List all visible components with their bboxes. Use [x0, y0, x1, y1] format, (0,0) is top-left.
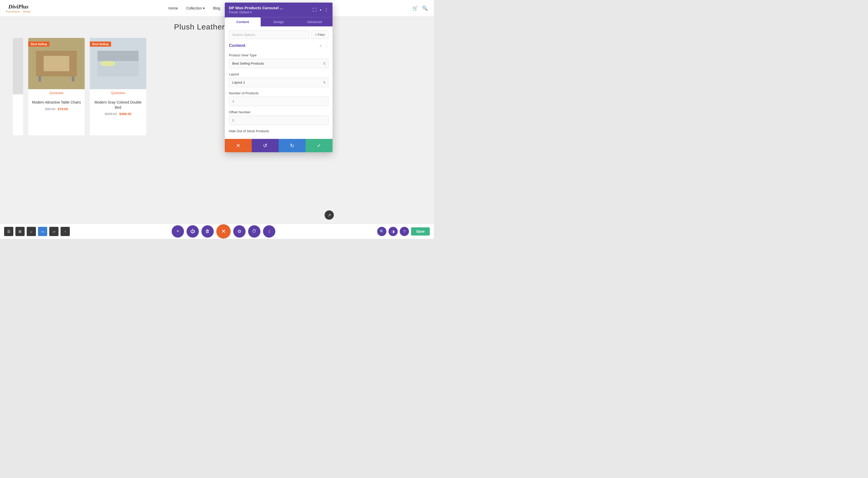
- sort-button[interactable]: ↕: [263, 225, 275, 238]
- toolbar-desktop-button[interactable]: ▭: [38, 227, 47, 236]
- price-old-2: $699.00: [105, 112, 117, 116]
- product-card-2: Best Selling Quickview Modern Gray Color…: [90, 38, 146, 135]
- product-card-1: Best Selling Quickview Modern Attractive…: [28, 38, 85, 135]
- product-card-partial: [13, 38, 23, 135]
- delete-button[interactable]: 🗑: [202, 225, 214, 238]
- field-label-hide-stock: Hide Out of Stock Products: [229, 129, 329, 133]
- product-price-1: $99.00 $79.00: [31, 107, 82, 111]
- num-products-wrap: [229, 97, 329, 106]
- toolbar-center: + ⏻ 🗑 ✕ ⚙ ⏱ ↕: [172, 224, 275, 239]
- toolbar-left: ☰ ⊞ ⌕ ▭ ▱ ▫: [4, 227, 70, 236]
- num-products-input[interactable]: [229, 97, 328, 106]
- tab-advanced[interactable]: Advanced: [297, 18, 333, 26]
- product-info-1: Modern Attractive Table Chairs $99.00 $7…: [28, 97, 85, 114]
- panel-header-icons: ⛶ ▪ ⋮: [312, 7, 329, 12]
- price-new-1: $79.00: [58, 107, 68, 111]
- section-header: Content ∧ ⋮: [229, 43, 329, 50]
- search-placeholder: Search Options: [232, 33, 255, 37]
- cancel-action-button[interactable]: ✕: [225, 139, 252, 152]
- search-icon[interactable]: 🔍: [422, 5, 428, 11]
- panel-header: DP Woo Products Carousel ... Preset: Def…: [225, 3, 333, 17]
- split-view-icon[interactable]: ▪: [320, 8, 321, 12]
- layout-select[interactable]: Layout 1 Layout 2 Layout 3: [229, 78, 328, 87]
- history-button[interactable]: ⏱: [248, 225, 260, 238]
- best-selling-badge-1: Best Selling: [28, 41, 50, 47]
- section-icons: ∧ ⋮: [319, 43, 329, 48]
- panel-header-left: DP Woo Products Carousel ... Preset: Def…: [229, 6, 283, 14]
- top-navigation: DiviPlus Furniture - Shop Home Collectio…: [0, 0, 434, 16]
- toolbar-grid-button[interactable]: ⊞: [16, 227, 25, 236]
- offset-input[interactable]: [229, 116, 328, 125]
- panel-overlay: DP Woo Products Carousel ... Preset: Def…: [225, 3, 333, 152]
- panel-preset[interactable]: Preset: Default ▾: [229, 10, 283, 14]
- price-old-1: $99.00: [45, 107, 55, 111]
- panel-tabs: Content Design Advanced: [225, 17, 333, 26]
- power-button[interactable]: ⏻: [187, 225, 199, 238]
- price-new-2: $499.00: [119, 112, 131, 116]
- product-img-wrap-2: Best Selling Quickview: [90, 38, 146, 97]
- product-title-2: Modern Gray Colored Double Bed: [93, 100, 143, 110]
- offset-wrap: [229, 115, 329, 125]
- toolbar-tablet-button[interactable]: ▱: [49, 227, 59, 236]
- bottom-toolbar: ☰ ⊞ ⌕ ▭ ▱ ▫ + ⏻ 🗑 ✕ ⚙ ⏱ ↕ 🔍 ◑ ? Save: [0, 224, 434, 239]
- product-title-1: Modern Attractive Table Chairs: [31, 100, 82, 105]
- panel-body: Search Options + Filter Content ∧ ⋮ Prod…: [225, 26, 333, 139]
- close-button[interactable]: ✕: [216, 224, 231, 239]
- best-selling-badge-2: Best Selling: [90, 41, 111, 47]
- panel-action-strip: ✕ ↺ ↻ ✓: [225, 139, 333, 152]
- help-button[interactable]: ?: [400, 227, 409, 236]
- zoom-button[interactable]: 🔍: [377, 227, 386, 236]
- nav-collection[interactable]: Collection ▾: [186, 6, 205, 10]
- layers-button[interactable]: ◑: [389, 227, 398, 236]
- add-element-button[interactable]: +: [172, 225, 184, 238]
- floating-settings-icon[interactable]: ↗: [324, 210, 334, 220]
- confirm-action-button[interactable]: ✓: [306, 139, 333, 152]
- nav-icon-area: 🛒 🔍: [412, 5, 428, 11]
- toolbar-right: 🔍 ◑ ? Save: [377, 227, 430, 236]
- page-heading: Plush Leather Segment: [0, 16, 434, 35]
- undo-action-button[interactable]: ↺: [252, 139, 279, 152]
- field-label-product-view: Product View Type: [229, 53, 329, 57]
- panel-title: DP Woo Products Carousel ...: [229, 6, 283, 10]
- cart-icon[interactable]: 🛒: [412, 5, 418, 11]
- nav-blog[interactable]: Blog: [213, 6, 220, 10]
- settings-button[interactable]: ⚙: [233, 225, 246, 238]
- logo-subtitle: Furniture - Shop: [6, 10, 31, 13]
- search-input-wrap[interactable]: Search Options: [229, 31, 309, 39]
- filter-button[interactable]: + Filter: [311, 31, 329, 39]
- section-more-icon[interactable]: ⋮: [324, 43, 329, 48]
- main-content: Plush Leather Segment Best Selling Quic: [0, 16, 434, 224]
- tab-design[interactable]: Design: [261, 18, 297, 26]
- redo-action-button[interactable]: ↻: [279, 139, 306, 152]
- logo-text: DiviPlus: [8, 3, 29, 10]
- toolbar-mobile-button[interactable]: ▫: [61, 227, 70, 236]
- tab-content[interactable]: Content: [225, 18, 261, 26]
- product-view-select[interactable]: Best Selling Products Latest Products Fe…: [229, 59, 328, 68]
- layout-select-wrap: Layout 1 Layout 2 Layout 3 ⇅: [229, 78, 329, 87]
- section-title: Content: [229, 43, 245, 48]
- field-label-offset: Offset Number: [229, 110, 329, 114]
- products-area: Best Selling Quickview Modern Attractive…: [0, 35, 434, 138]
- fullscreen-icon[interactable]: ⛶: [312, 8, 317, 12]
- save-button[interactable]: Save: [411, 227, 430, 236]
- product-price-2: $699.00 $499.00: [93, 112, 143, 116]
- quickview-2[interactable]: Quickview: [90, 89, 146, 97]
- field-label-num-products: Number of Products: [229, 91, 329, 95]
- search-filter-row: Search Options + Filter: [229, 31, 329, 39]
- toolbar-menu-button[interactable]: ☰: [4, 227, 13, 236]
- quickview-1[interactable]: Quickview: [28, 89, 85, 97]
- product-info-2: Modern Gray Colored Double Bed $699.00 $…: [90, 97, 146, 119]
- field-label-layout: Layout: [229, 72, 329, 76]
- nav-home[interactable]: Home: [168, 6, 178, 10]
- product-view-select-wrap: Best Selling Products Latest Products Fe…: [229, 59, 329, 68]
- toolbar-search-button[interactable]: ⌕: [27, 227, 36, 236]
- logo[interactable]: DiviPlus Furniture - Shop: [6, 3, 31, 13]
- product-img-wrap-1: Best Selling Quickview: [28, 38, 85, 97]
- collapse-icon[interactable]: ∧: [319, 43, 322, 48]
- more-options-icon[interactable]: ⋮: [324, 7, 329, 12]
